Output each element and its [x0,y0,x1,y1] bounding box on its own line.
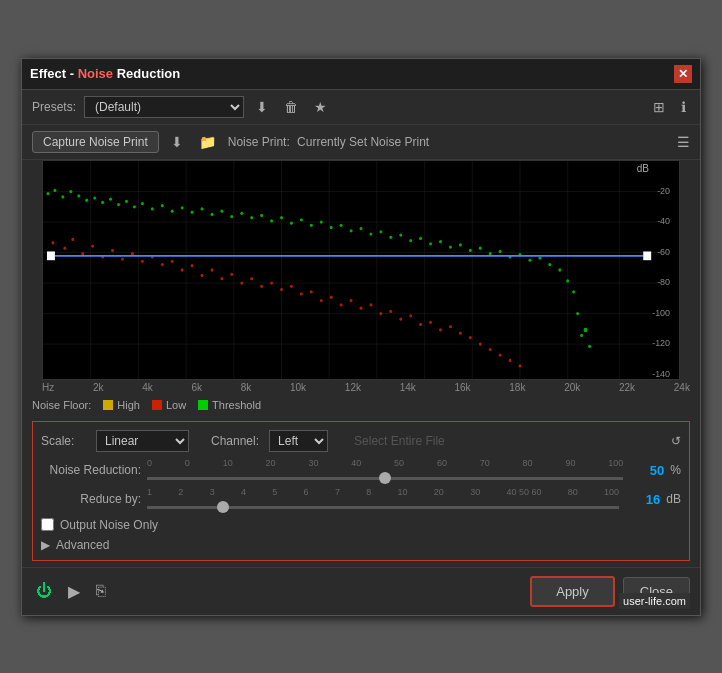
svg-point-122 [409,314,412,317]
svg-point-70 [469,248,472,251]
svg-point-106 [250,277,253,280]
svg-point-51 [280,216,283,219]
output-noise-only-checkbox[interactable] [41,518,54,531]
capture-noise-print-button[interactable]: Capture Noise Print [32,131,159,153]
noise-reduction-row: Noise Reduction: 0 0 10 20 30 40 50 60 7… [41,458,681,483]
svg-point-85 [588,344,591,347]
svg-point-81 [572,290,575,293]
menu-icon[interactable]: ☰ [677,134,690,150]
svg-text:-60: -60 [657,246,670,256]
svg-point-132 [509,358,512,361]
save-preset-icon[interactable]: ⬇ [252,97,272,117]
svg-point-36 [133,205,136,208]
dialog: Effect - Noise Reduction ✕ Presets: (Def… [21,58,701,616]
advanced-chevron: ▶ [41,538,50,552]
advanced-row[interactable]: ▶ Advanced [41,538,681,552]
power-button[interactable]: ⏻ [32,578,56,604]
svg-point-37 [141,201,144,204]
svg-point-112 [310,290,313,293]
threshold-dot [198,400,208,410]
svg-point-124 [429,320,432,323]
svg-point-52 [290,221,293,224]
watermark: user-life.com [619,593,690,609]
reset-icon[interactable]: ↺ [671,434,681,448]
svg-point-47 [240,211,243,214]
output-noise-only-row: Output Noise Only [41,518,681,532]
controls-area: Scale: Linear Logarithmic Channel: Left … [32,421,690,561]
svg-point-116 [350,298,353,301]
svg-point-35 [125,199,128,202]
noise-reduction-slider[interactable] [147,477,623,480]
apply-button[interactable]: Apply [530,576,615,607]
svg-point-34 [117,202,120,205]
svg-point-120 [389,309,392,312]
svg-point-102 [210,268,213,271]
svg-text:-40: -40 [657,215,670,225]
svg-text:-80: -80 [657,276,670,286]
select-entire-file[interactable]: Select Entire File [354,434,445,448]
low-dot [152,400,162,410]
noise-print-bar: Capture Noise Print ⬇ 📁 Noise Print: Cur… [22,125,700,160]
upload-icon[interactable]: ⬇ [167,132,187,152]
svg-point-44 [210,212,213,215]
svg-point-119 [379,311,382,314]
svg-point-71 [479,246,482,249]
svg-point-33 [109,197,112,200]
svg-point-110 [290,284,293,287]
scale-channel-row: Scale: Linear Logarithmic Channel: Left … [41,430,681,452]
noise-reduction-value: 50 [629,463,664,478]
delete-preset-icon[interactable]: 🗑 [280,97,302,117]
svg-point-39 [161,204,164,207]
svg-point-80 [566,279,569,282]
svg-point-107 [260,284,263,287]
svg-point-128 [469,335,472,338]
svg-point-82 [576,311,579,314]
folder-icon[interactable]: 📁 [195,132,220,152]
svg-point-113 [320,298,323,301]
svg-point-121 [399,317,402,320]
x-axis-labels: Hz 2k 4k 6k 8k 10k 12k 14k 16k 18k 20k 2… [22,380,700,395]
reduce-by-slider-container: 1 2 3 4 5 6 7 8 10 20 30 40 50 60 80 100 [147,487,619,512]
reduce-by-slider[interactable] [147,506,619,509]
presets-select[interactable]: (Default) Light Noise Reduction Heavy No… [84,96,244,118]
svg-point-79 [558,268,561,271]
svg-point-109 [280,287,283,290]
svg-point-108 [270,281,273,284]
reduce-by-label: Reduce by: [41,492,141,506]
info-icon[interactable]: ℹ [677,97,690,117]
noise-reduction-ticks: 0 0 10 20 30 40 50 60 70 80 90 100 [147,458,623,468]
high-dot [103,400,113,410]
bottom-bar: ⏻ ▶ ⎘ Apply Close [22,567,700,615]
threshold-legend: Threshold [198,399,261,411]
spectrum-chart: -20 -40 -60 -80 -100 -120 -140 [43,161,679,379]
svg-text:-20: -20 [657,185,670,195]
reduce-by-row: Reduce by: 1 2 3 4 5 6 7 8 10 20 30 40 5… [41,487,681,512]
chart-area: dB [42,160,680,380]
svg-point-73 [499,249,502,252]
svg-point-130 [489,347,492,350]
svg-point-55 [320,220,323,223]
svg-text:-100: -100 [652,307,670,317]
export-button[interactable]: ⎘ [92,578,110,604]
reduce-by-ticks: 1 2 3 4 5 6 7 8 10 20 30 40 50 60 80 100 [147,487,619,497]
svg-point-49 [260,213,263,216]
svg-point-28 [69,189,72,192]
svg-point-30 [85,198,88,201]
svg-point-64 [409,238,412,241]
scale-select[interactable]: Linear Logarithmic [96,430,189,452]
channel-select[interactable]: Left Right Both [269,430,328,452]
svg-point-40 [171,209,174,212]
close-icon[interactable]: ✕ [674,65,692,83]
noise-reduction-slider-container: 0 0 10 20 30 40 50 60 70 80 90 100 [147,458,623,483]
svg-point-84 [584,327,588,331]
svg-point-38 [151,207,154,210]
options-icon[interactable]: ⊞ [649,97,669,117]
favorite-icon[interactable]: ★ [310,97,331,117]
noise-reduction-label: Noise Reduction: [41,463,141,477]
svg-point-105 [240,281,243,284]
svg-point-32 [101,200,104,203]
svg-point-26 [53,188,56,191]
play-button[interactable]: ▶ [64,578,84,605]
svg-point-68 [449,245,452,248]
svg-point-60 [369,232,372,235]
